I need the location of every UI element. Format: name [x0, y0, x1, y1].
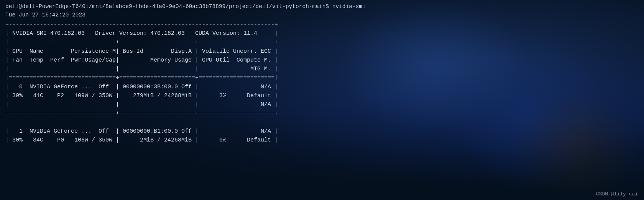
col-header-3: | | | MIG M. |	[5, 65, 428, 73]
gpu1-row-2: | 30% 34C P0 108W / 350W | 2MiB / 24268M…	[5, 136, 428, 145]
gpu0-row-3: | | | N/A |	[5, 100, 428, 109]
gpu0-row-1: | 0 NVIDIA GeForce ... Off | 00000000:3B…	[5, 83, 428, 91]
separator-mid: +-------------------------------+-------…	[5, 109, 428, 118]
watermark: CSDN @lily_cai	[596, 191, 638, 197]
separator-equals: |===============================+=======…	[5, 73, 428, 82]
terminal-output: dell@dell-PowerEdge-T640:/mnt/8a1abce9-f…	[0, 0, 433, 147]
separator-top: +---------------------------------------…	[5, 20, 428, 29]
gpu0-row-2: | 30% 41C P2 109W / 350W | 279MiB / 2426…	[5, 91, 428, 100]
smi-header-row: | NVIDIA-SMI 470.182.03 Driver Version: …	[5, 29, 428, 38]
command-line: dell@dell-PowerEdge-T640:/mnt/8a1abce9-f…	[5, 2, 428, 11]
date-line: Tue Jun 27 16:42:20 2023	[5, 11, 428, 19]
col-header-1: | GPU Name Persistence-M| Bus-Id Disp.A …	[5, 47, 428, 56]
gpu1-row-1: | 1 NVIDIA GeForce ... Off | 00000000:B1…	[5, 127, 428, 136]
col-header-2: | Fan Temp Perf Pwr:Usage/Cap| Memory-Us…	[5, 56, 428, 65]
separator-2: |-------------------------------+-------…	[5, 38, 428, 47]
empty-line	[5, 118, 428, 127]
